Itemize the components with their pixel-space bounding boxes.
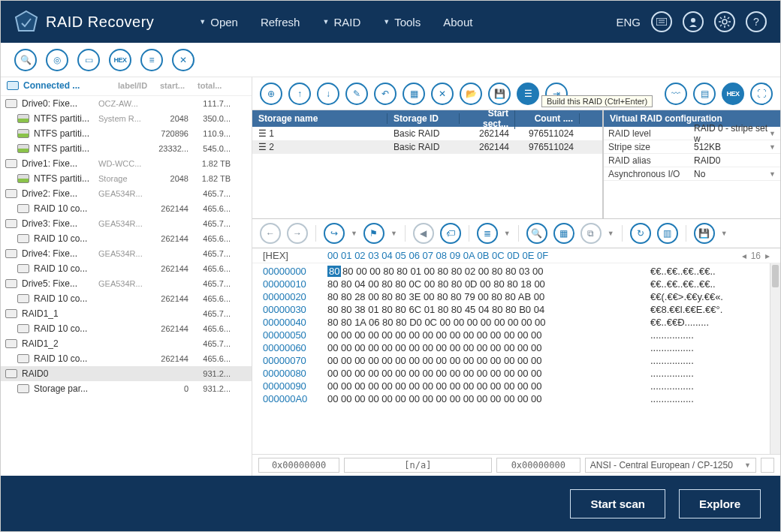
sidebar-row[interactable]: RAID1_2465.7...: [1, 336, 252, 351]
sidebar-row[interactable]: Storage par...0931.2...: [1, 381, 252, 396]
copy-icon[interactable]: ⧉: [580, 223, 602, 244]
pulse-icon[interactable]: 〰: [665, 83, 687, 105]
sidebar-row[interactable]: NTFS partiti...23332...545.0...: [1, 141, 252, 156]
offset-1[interactable]: 0x00000000: [258, 458, 339, 473]
prev-tag-icon[interactable]: ◀: [413, 223, 434, 244]
svg-rect-1: [656, 18, 667, 26]
search-icon[interactable]: 🔍: [14, 49, 37, 71]
back-icon[interactable]: ←: [260, 223, 281, 244]
sidebar-row[interactable]: Drive5: Fixe...GEA534R...465.7...: [1, 276, 252, 291]
recovery-icon: [14, 10, 38, 34]
list-icon[interactable]: ≡: [140, 49, 163, 71]
sidebar-row[interactable]: Drive0: Fixe...OCZ-AW...111.7...: [1, 96, 252, 111]
down-icon[interactable]: ↓: [317, 83, 339, 105]
build-raid-icon[interactable]: ☰: [517, 83, 539, 105]
raid-icon: [17, 264, 29, 273]
hex-scrollbar[interactable]: [770, 263, 780, 454]
image-icon[interactable]: ▭: [77, 49, 100, 71]
raid-icon: [17, 354, 29, 363]
hex-row: 0000000080 80 00 00 80 80 01 00 80 80 02…: [263, 265, 770, 278]
bookmark-icon[interactable]: ⚑: [363, 223, 384, 244]
user-icon[interactable]: [683, 11, 704, 32]
sidebar-row[interactable]: Drive2: Fixe...GEA534R...465.7...: [1, 186, 252, 201]
menu-raid[interactable]: ▼RAID: [322, 16, 360, 29]
goto-icon[interactable]: ↪: [324, 223, 345, 244]
edit-icon[interactable]: ✎: [345, 83, 368, 105]
part-icon: [17, 174, 29, 183]
help-icon[interactable]: ?: [746, 11, 767, 32]
remove-icon[interactable]: ✕: [431, 83, 454, 105]
raid-icon: [17, 294, 29, 303]
table-row[interactable]: ☰ 1Basic RAID262144976511024: [252, 127, 602, 140]
forward-icon[interactable]: →: [287, 223, 308, 244]
sidebar-row[interactable]: RAID 10 co...262144465.6...: [1, 261, 252, 276]
explore-button[interactable]: Explore: [679, 489, 761, 518]
hex-body[interactable]: 0000000080 80 00 00 80 80 01 00 80 80 02…: [252, 263, 780, 454]
hex-toggle-icon[interactable]: HEX: [722, 83, 744, 105]
encoding-select[interactable]: ANSI - Central European / CP-1250▼: [585, 458, 756, 473]
undo-icon[interactable]: ↶: [374, 83, 397, 105]
sidebar-row[interactable]: Drive3: Fixe...GEA534R...465.7...: [1, 216, 252, 231]
svg-line-11: [728, 25, 729, 26]
columns-icon[interactable]: ▥: [657, 223, 678, 244]
sidebar-row[interactable]: RAID 10 co...262144465.6...: [1, 291, 252, 306]
grid-icon[interactable]: ▦: [553, 223, 574, 244]
start-scan-button[interactable]: Start scan: [570, 489, 665, 518]
hex-row: 0000001080 80 04 00 80 80 0C 00 80 80 0D…: [263, 278, 770, 290]
raid-icon: [5, 369, 17, 378]
close-icon[interactable]: ✕: [172, 49, 194, 71]
hex-row: 0000008000 00 00 00 00 00 00 00 00 00 00…: [263, 367, 770, 380]
table-row[interactable]: ☰ 2Basic RAID262144976511024: [252, 140, 602, 154]
drive-icon: [5, 249, 17, 258]
sidebar-row[interactable]: Drive4: Fixe...GEA534R...465.7...: [1, 246, 252, 261]
sidebar-row[interactable]: NTFS partiti...720896110.9...: [1, 126, 252, 141]
drive-icon: [5, 219, 17, 228]
disk-save-icon[interactable]: 💾: [694, 223, 715, 244]
menu-about[interactable]: About: [443, 16, 472, 29]
sidebar-row[interactable]: RAID 10 co...262144465.6...: [1, 231, 252, 246]
storage-sidebar: Connected ... label/ID start... total...…: [1, 77, 252, 476]
storage-table: Storage name Storage ID Start sect... Co…: [252, 110, 603, 218]
fullscreen-icon[interactable]: ⛶: [750, 83, 773, 105]
sidebar-row[interactable]: RAID1_1465.7...: [1, 306, 252, 321]
view-icon[interactable]: [651, 11, 672, 32]
offset-3[interactable]: 0x00000000: [496, 458, 580, 473]
raid-icon: [17, 384, 29, 393]
raid-icon: [17, 204, 29, 213]
hex-page-nav[interactable]: ◂ 16 ▸: [742, 251, 770, 261]
open-folder-icon[interactable]: 📂: [460, 83, 482, 105]
reload-icon[interactable]: ↻: [630, 223, 651, 244]
svg-marker-0: [16, 11, 37, 31]
language-selector[interactable]: ENG: [616, 16, 641, 29]
sidebar-list[interactable]: Drive0: Fixe...OCZ-AW...111.7...NTFS par…: [1, 96, 252, 476]
scan-icon[interactable]: ◎: [46, 49, 68, 71]
part-icon: [17, 129, 29, 138]
gear-icon[interactable]: [714, 11, 735, 32]
sidebar-row[interactable]: RAID0931.2...: [1, 366, 252, 381]
options-box[interactable]: [761, 458, 774, 473]
config-row[interactable]: RAID aliasRAID0: [604, 154, 780, 167]
sidebar-row[interactable]: Drive1: Fixe...WD-WCC...1.82 TB: [1, 156, 252, 171]
up-icon[interactable]: ↑: [288, 83, 311, 105]
chart-icon[interactable]: ▤: [693, 83, 716, 105]
offset-2[interactable]: [n/a]: [344, 458, 492, 473]
sidebar-row[interactable]: NTFS partiti...System R...2048350.0...: [1, 111, 252, 126]
config-row[interactable]: Stripe size512KB▼: [604, 140, 780, 154]
menu-open[interactable]: ▼Open: [199, 16, 238, 29]
hex-row: 0000006000 00 00 00 00 00 00 00 00 00 00…: [263, 341, 770, 354]
save-icon[interactable]: 💾: [488, 83, 511, 105]
target-icon[interactable]: ⊕: [260, 83, 282, 105]
sidebar-row[interactable]: RAID 10 co...262144465.6...: [1, 351, 252, 366]
chip-icon[interactable]: ▦: [403, 83, 425, 105]
tag-icon[interactable]: 🏷: [440, 223, 461, 244]
sidebar-row[interactable]: NTFS partiti...Storage20481.82 TB: [1, 171, 252, 186]
config-row[interactable]: RAID levelRAID 0 - stripe set w▼: [604, 127, 780, 140]
menu-tools[interactable]: ▼Tools: [383, 16, 421, 29]
sidebar-row[interactable]: RAID 10 co...262144465.6...: [1, 321, 252, 336]
find-icon[interactable]: 🔍: [526, 223, 547, 244]
hex-icon[interactable]: HEX: [109, 49, 131, 71]
config-row[interactable]: Asynchronous I/ONo▼: [604, 167, 780, 181]
rows-icon[interactable]: ≣: [477, 223, 498, 244]
sidebar-row[interactable]: RAID 10 co...262144465.6...: [1, 201, 252, 216]
menu-refresh[interactable]: Refresh: [261, 16, 300, 29]
